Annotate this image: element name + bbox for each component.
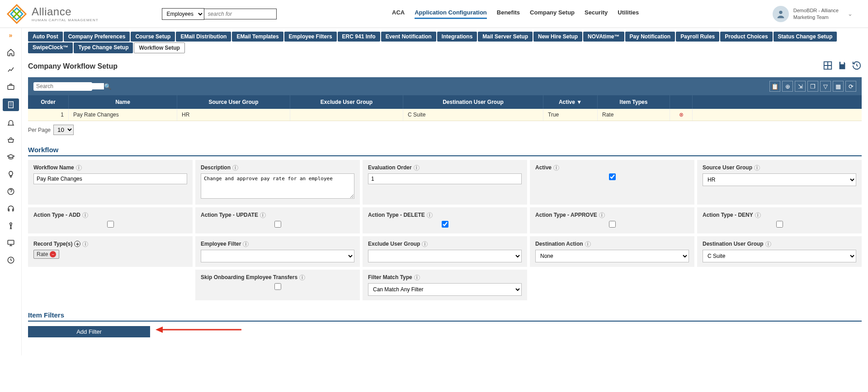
tab-integrations[interactable]: Integrations <box>437 32 477 42</box>
col-name[interactable]: Name <box>69 95 177 109</box>
delete-row-icon[interactable]: ⊗ <box>670 109 693 121</box>
description-input[interactable]: Change and approve pay rate for an emplo… <box>201 173 354 199</box>
info-icon[interactable]: i <box>599 212 605 218</box>
table-row[interactable]: 1 Pay Rate Changes HR C Suite True Rate … <box>28 109 862 121</box>
tab-workflow-setup[interactable]: Workflow Setup <box>134 42 184 53</box>
per-page-select[interactable]: 10 <box>53 125 74 135</box>
emp-filter-select[interactable] <box>201 250 354 262</box>
tab-mail-server-setup[interactable]: Mail Server Setup <box>478 32 533 42</box>
search-scope-select[interactable]: Employees <box>162 8 204 20</box>
grid-search-input[interactable] <box>36 83 104 89</box>
col-active[interactable]: Active ▼ <box>543 95 598 109</box>
nav-company-setup[interactable]: Company Setup <box>530 9 575 19</box>
info-icon[interactable]: i <box>765 241 771 247</box>
add-icon[interactable]: ⊕ <box>782 81 793 92</box>
person-icon[interactable] <box>4 220 18 231</box>
tab-employee-filters[interactable]: Employee Filters <box>284 32 337 42</box>
tab-novatime-[interactable]: NOVAtime™ <box>583 32 624 42</box>
tab-payroll-rules[interactable]: Payroll Rules <box>676 32 719 42</box>
col-dest[interactable]: Destination User Group <box>403 95 543 109</box>
graduation-icon[interactable] <box>4 152 18 163</box>
tab-email-distribution[interactable]: EMail Distribution <box>176 32 231 42</box>
nav-benefits[interactable]: Benefits <box>497 9 520 19</box>
nav-utilities[interactable]: Utilities <box>618 9 639 19</box>
export-icon[interactable]: ⇲ <box>795 81 806 92</box>
bulb-icon[interactable] <box>4 169 18 180</box>
info-icon[interactable]: i <box>427 212 433 218</box>
workflow-name-input[interactable] <box>33 173 187 184</box>
clock-icon[interactable] <box>4 255 18 266</box>
search-icon[interactable]: 🔍 <box>104 83 111 90</box>
info-icon[interactable]: i <box>585 241 591 247</box>
action-approve-checkbox[interactable] <box>609 221 616 228</box>
history-icon[interactable] <box>852 61 862 72</box>
col-source[interactable]: Source User Group <box>177 95 290 109</box>
refresh-icon[interactable]: ⟳ <box>845 81 856 92</box>
headset-icon[interactable] <box>4 203 18 214</box>
tab-auto-post[interactable]: Auto Post <box>28 32 63 42</box>
info-icon[interactable]: i <box>553 165 559 171</box>
info-icon[interactable]: i <box>414 165 420 171</box>
grid-view-icon[interactable] <box>823 61 833 72</box>
source-group-select[interactable]: HR <box>703 173 856 186</box>
dest-group-select[interactable]: C Suite <box>703 250 856 262</box>
help-icon[interactable] <box>4 186 18 197</box>
col-order[interactable]: Order <box>28 95 69 109</box>
info-icon[interactable]: i <box>422 241 428 247</box>
tab-status-change-setup[interactable]: Status Change Setup <box>774 32 837 42</box>
save-icon[interactable] <box>837 61 847 72</box>
tab-company-preferences[interactable]: Company Preferences <box>64 32 130 42</box>
info-icon[interactable]: i <box>260 212 266 218</box>
search-input[interactable] <box>204 9 277 19</box>
info-icon[interactable]: i <box>232 165 238 171</box>
add-record-type-icon[interactable]: + <box>74 241 80 247</box>
briefcase-icon[interactable] <box>4 81 18 92</box>
copy-icon[interactable]: ❐ <box>807 81 818 92</box>
user-menu[interactable]: DemoBDR - Alliance Marketing Team ⌄ <box>773 6 853 22</box>
bell-icon[interactable] <box>4 117 18 128</box>
info-icon[interactable]: i <box>754 165 760 171</box>
action-add-checkbox[interactable] <box>107 221 114 228</box>
tab-pay-notification[interactable]: Pay Notification <box>625 32 675 42</box>
skip-onboard-checkbox[interactable] <box>274 283 281 290</box>
analytics-icon[interactable] <box>4 64 18 75</box>
info-icon[interactable]: i <box>755 212 761 218</box>
action-delete-checkbox[interactable] <box>442 221 448 228</box>
tab-type-change-setup[interactable]: Type Change Setup <box>74 42 133 53</box>
home-icon[interactable] <box>4 47 18 58</box>
col-item[interactable]: Item Types <box>598 95 670 109</box>
rail-collapse-icon[interactable]: » <box>9 32 13 39</box>
basket-icon[interactable] <box>4 135 18 145</box>
filter-match-select[interactable]: Can Match Any Filter <box>368 283 522 296</box>
exclude-group-select[interactable] <box>368 250 522 262</box>
info-icon[interactable]: i <box>414 275 420 280</box>
nav-aca[interactable]: ACA <box>392 9 405 19</box>
info-icon[interactable]: i <box>82 212 88 218</box>
info-icon[interactable]: i <box>243 241 249 247</box>
tab-erc-941-info[interactable]: ERC 941 Info <box>338 32 380 42</box>
tab-email-templates[interactable]: EMail Templates <box>232 32 283 42</box>
building-icon[interactable] <box>3 98 19 111</box>
tab-event-notification[interactable]: Event Notification <box>381 32 436 42</box>
tab-new-hire-setup[interactable]: New Hire Setup <box>533 32 582 42</box>
nav-security[interactable]: Security <box>585 9 608 19</box>
monitor-icon[interactable] <box>4 238 18 248</box>
col-exclude[interactable]: Exclude User Group <box>290 95 403 109</box>
active-checkbox[interactable] <box>609 173 616 180</box>
nav-application-configuration[interactable]: Application Configuration <box>415 9 487 19</box>
info-icon[interactable]: i <box>299 275 305 280</box>
table-icon[interactable]: ▦ <box>833 81 844 92</box>
remove-tag-icon[interactable]: − <box>50 251 56 257</box>
dest-action-select[interactable]: None <box>535 250 689 262</box>
action-deny-checkbox[interactable] <box>776 221 783 228</box>
tab-product-choices[interactable]: Product Choices <box>720 32 772 42</box>
filter-icon[interactable]: ▽ <box>820 81 831 92</box>
action-update-checkbox[interactable] <box>274 221 281 228</box>
clipboard-icon[interactable]: 📋 <box>769 81 780 92</box>
info-icon[interactable]: i <box>82 241 88 247</box>
eval-order-input[interactable] <box>368 173 522 184</box>
info-icon[interactable]: i <box>76 165 82 171</box>
tab-course-setup[interactable]: Course Setup <box>131 32 175 42</box>
add-filter-button[interactable]: Add Filter <box>28 326 150 337</box>
tab-swipeclock-[interactable]: SwipeClock™ <box>28 42 73 53</box>
